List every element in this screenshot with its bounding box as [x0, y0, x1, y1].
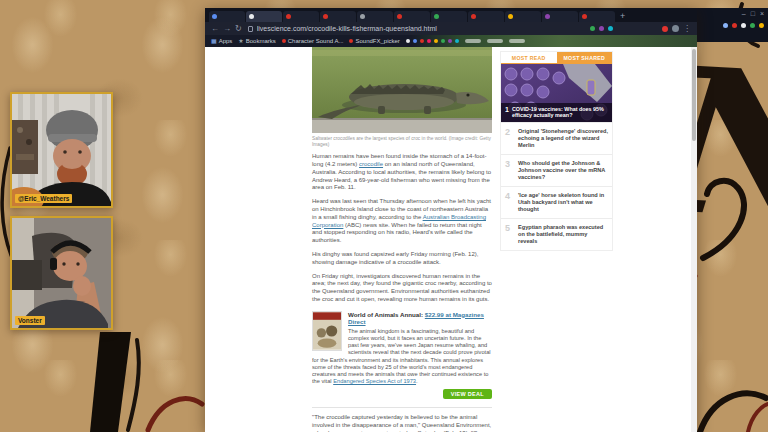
bookmark-item[interactable] — [487, 39, 503, 43]
address-bar[interactable]: livescience.com/crocodile-kills-fisherma… — [257, 25, 586, 32]
apps-grid-icon: ▦ — [211, 38, 217, 44]
tab-most-shared[interactable]: MOST SHARED — [557, 52, 613, 64]
trending-title: Who should get the Johnson & Johnson vac… — [518, 160, 608, 181]
trending-item-3[interactable]: 3 Who should get the Johnson & Johnson v… — [501, 154, 612, 186]
browser-tab[interactable] — [431, 11, 467, 22]
tab-favicon — [286, 14, 291, 19]
section-divider — [312, 407, 492, 408]
article-paragraph: Human remains have been found inside the… — [312, 153, 492, 192]
tab-favicon — [471, 14, 476, 19]
browser-tab[interactable] — [505, 11, 541, 22]
trending-title: 'Ice age' horse skeleton found in Utah b… — [518, 192, 608, 213]
tab-most-read[interactable]: MOST READ — [501, 52, 557, 64]
maximize-icon[interactable]: □ — [751, 10, 755, 17]
browser-tab[interactable] — [283, 11, 319, 22]
bookmarks-bar: ▦ Apps ★ Bookmarks Character Sound A... … — [205, 35, 697, 47]
extension-icon[interactable] — [626, 26, 631, 31]
bookmark-label: SoundFX_picker — [355, 38, 399, 44]
browser-tab[interactable] — [542, 11, 578, 22]
trending-item-4[interactable]: 4 'Ice age' horse skeleton found in Utah… — [501, 186, 612, 218]
tab-favicon — [249, 14, 254, 19]
bookmark-item[interactable]: Character Sound A... — [282, 38, 344, 44]
bookmark-item[interactable]: ▦ Apps — [211, 38, 232, 44]
trending-title: Egyptian pharaoh was executed on the bat… — [518, 224, 608, 245]
minimize-icon[interactable]: – — [742, 10, 746, 17]
browser-tab[interactable] — [357, 11, 393, 22]
browser-tab-active[interactable] — [246, 11, 282, 22]
extension-icon[interactable] — [635, 26, 640, 31]
trending-item-1[interactable]: 1 COVID-19 vaccines: What does 95% effic… — [501, 64, 612, 122]
view-deal-button[interactable]: VIEW DEAL — [443, 389, 492, 399]
trending-title: COVID-19 vaccines: What does 95% efficac… — [512, 106, 608, 119]
rank-number: 5 — [505, 224, 515, 245]
inline-link[interactable]: Endangered Species Act of 1973 — [333, 378, 416, 384]
rank-number: 3 — [505, 160, 515, 181]
trending-tabs: MOST READ MOST SHARED — [501, 52, 612, 64]
streamer-name-badge: @Eric_Weathers — [15, 194, 72, 203]
bookmark-favicon — [349, 39, 353, 43]
extension-icon[interactable] — [608, 26, 613, 31]
trending-item-5[interactable]: 5 Egyptian pharaoh was executed on the b… — [501, 218, 612, 250]
tab-favicon — [434, 14, 439, 19]
tab-favicon — [323, 14, 328, 19]
page-scrollbar[interactable] — [691, 47, 697, 432]
extension-icon[interactable] — [599, 26, 604, 31]
bookmark-item[interactable]: ★ Bookmarks — [238, 38, 275, 44]
bookmark-label: Bookmarks — [246, 38, 276, 44]
article-page: Saltwater crocodiles are the largest spe… — [205, 47, 697, 432]
bookmark-favicon — [282, 39, 286, 43]
stream-scene: N – □ × + — [0, 0, 768, 432]
extension-icon[interactable] — [590, 26, 595, 31]
new-tab-button[interactable]: + — [616, 11, 629, 22]
browser-tab-strip: + — [205, 8, 697, 22]
inline-link[interactable]: crocodile — [359, 161, 383, 167]
menu-icon[interactable]: ⋮ — [683, 25, 691, 33]
rank-number: 1 — [505, 106, 509, 119]
star-icon: ★ — [238, 38, 243, 44]
browser-tab[interactable] — [209, 11, 245, 22]
deal-box: World of Animals Annual: $22.99 at Magaz… — [312, 311, 492, 400]
trending-item-2[interactable]: 2 Original 'Stonehenge' discovered, echo… — [501, 122, 612, 154]
extension-icon[interactable] — [653, 26, 658, 31]
trending-sidebar: MOST READ MOST SHARED — [500, 51, 613, 251]
article-paragraph: Heard was last seen that Thursday aftern… — [312, 198, 492, 245]
article-main-column: Saltwater crocodiles are the largest spe… — [312, 47, 492, 432]
record-icon[interactable] — [662, 26, 668, 32]
bookmark-item[interactable] — [465, 39, 481, 43]
back-icon[interactable]: ← — [211, 25, 219, 33]
tab-favicon — [397, 14, 402, 19]
bookmark-item[interactable] — [509, 39, 525, 43]
profile-avatar[interactable] — [672, 25, 679, 32]
bookmark-item[interactable]: SoundFX_picker — [349, 38, 399, 44]
article-quote-paragraph: "The crocodile captured yesterday is bel… — [312, 414, 492, 432]
extension-icon[interactable] — [617, 26, 622, 31]
browser-window: + ← → ↻ livescience.com/crocodile-kills-… — [205, 8, 697, 432]
trending-title: Original 'Stonehenge' discovered, echoin… — [518, 128, 608, 149]
browser-tab[interactable] — [394, 11, 430, 22]
browser-tab[interactable] — [579, 11, 615, 22]
bookmark-favicon-row[interactable] — [406, 39, 459, 43]
bookmark-label: Apps — [219, 38, 233, 44]
webcam-eric-video — [12, 94, 111, 206]
tab-favicon — [360, 14, 365, 19]
webcam-vonster-video — [12, 218, 111, 328]
article-paragraph: His dinghy was found capsized early Frid… — [312, 251, 492, 267]
webcam-eric: @Eric_Weathers — [10, 92, 113, 208]
photo-caption: Saltwater crocodiles are the largest spe… — [312, 136, 492, 147]
magazine-cover-thumbnail — [312, 311, 342, 351]
bookmark-label: Character Sound A... — [288, 38, 344, 44]
browser-tab[interactable] — [320, 11, 356, 22]
forward-icon[interactable]: → — [223, 25, 231, 33]
streamer-name-badge: Vonster — [15, 316, 45, 325]
close-icon[interactable]: × — [760, 10, 764, 17]
tab-favicon — [545, 14, 550, 19]
deal-body-text: . — [416, 378, 418, 384]
webcam-vonster: Vonster — [10, 216, 113, 330]
tab-favicon — [212, 14, 217, 19]
browser-tab[interactable] — [468, 11, 504, 22]
reload-icon[interactable]: ↻ — [235, 25, 242, 33]
rank-number: 4 — [505, 192, 515, 213]
scrollbar-thumb[interactable] — [692, 49, 696, 141]
extension-icon[interactable] — [644, 26, 649, 31]
trending-item-1-overlay: 1 COVID-19 vaccines: What does 95% effic… — [501, 103, 612, 122]
